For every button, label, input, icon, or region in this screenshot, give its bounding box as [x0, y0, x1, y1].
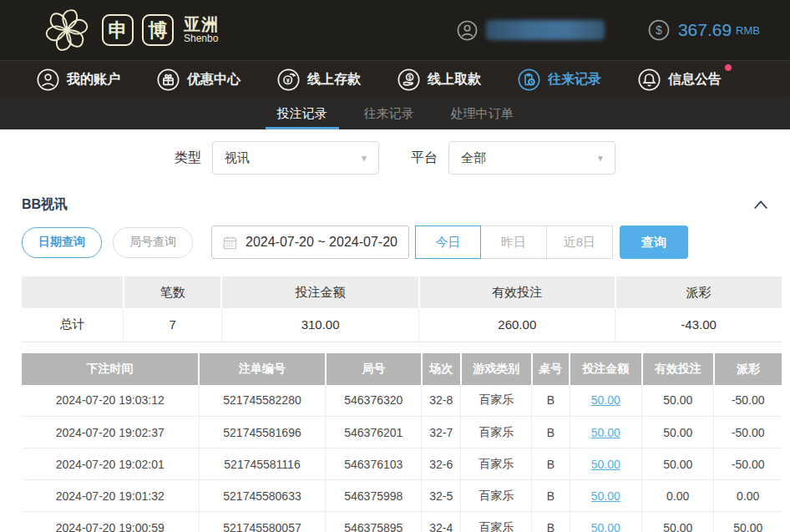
bet-amount-link[interactable]: 50.00 [591, 426, 620, 439]
quick-today-button[interactable]: 今日 [415, 225, 481, 259]
cell-session: 32-4 [422, 512, 461, 532]
cell-game: 百家乐 [461, 417, 532, 448]
nav-item-withdraw[interactable]: $ 线上取款 [398, 68, 481, 91]
query-toolbar: 日期查询 局号查询 2024-07-20 ~ 2024-07-20 今日 昨日 … [0, 225, 790, 259]
logo-char-1: 申 [102, 14, 134, 46]
brand-logo[interactable]: 申 博 亚洲 Shenbo [43, 7, 219, 53]
cell-time: 2024-07-20 19:00:59 [22, 512, 199, 532]
tab-bet-records[interactable]: 投注记录 [272, 98, 332, 129]
filter-row: 类型 视讯 ▼ 平台 全部 ▼ [0, 140, 790, 175]
balance-amount[interactable]: 367.69 [678, 20, 732, 40]
nav-label: 往来记录 [548, 71, 601, 89]
cell-valid: 50.00 [642, 512, 714, 532]
cell-table: B [532, 480, 570, 512]
date-query-button[interactable]: 日期查询 [22, 227, 102, 258]
bets-header-row: 下注时间 注单编号 局号 场次 游戏类别 桌号 投注金额 有效投注 派彩 [22, 353, 782, 385]
bet-amount-link[interactable]: 50.00 [591, 393, 620, 407]
cell-game: 百家乐 [461, 385, 532, 417]
records-icon [518, 68, 540, 91]
date-range-value: 2024-07-20 ~ 2024-07-20 [246, 235, 398, 250]
cell-time: 2024-07-20 19:03:12 [22, 385, 199, 417]
summary-header-row: 笔数 投注金额 有效投注 派彩 [22, 276, 782, 308]
nav-item-my-account[interactable]: 我的账户 [37, 68, 120, 91]
cell-bet[interactable]: 50.00 [570, 385, 641, 417]
cell-payout: -50.00 [714, 448, 782, 480]
cell-valid: 0.00 [642, 480, 714, 512]
bets-table: 下注时间 注单编号 局号 场次 游戏类别 桌号 投注金额 有效投注 派彩 202… [22, 353, 782, 532]
username-blurred[interactable] [486, 20, 605, 40]
summary-total-valid-bet: 260.00 [419, 308, 615, 342]
nav-item-deposit[interactable]: ¥ 线上存款 [277, 68, 361, 91]
summary-table: 笔数 投注金额 有效投注 派彩 总计 7 310.00 260.00 -43.0… [22, 276, 782, 342]
account-icon [37, 68, 59, 91]
chevron-down-icon: ▼ [360, 154, 368, 163]
calendar-icon [223, 236, 237, 250]
cell-table: B [532, 417, 570, 448]
cell-game: 百家乐 [461, 512, 532, 532]
nav-item-records[interactable]: 往来记录 [518, 68, 601, 91]
platform-select[interactable]: 全部 ▼ [448, 141, 615, 175]
top-header: 申 博 亚洲 Shenbo $ 367.69 RMB [0, 0, 790, 60]
cell-session: 32-7 [422, 417, 461, 448]
platform-select-value: 全部 [461, 150, 486, 166]
cell-bet[interactable]: 50.00 [570, 512, 641, 532]
type-filter-label: 类型 [175, 149, 201, 167]
type-select[interactable]: 视讯 ▼ [212, 141, 379, 175]
nav-label: 信息公告 [668, 71, 722, 89]
cell-time: 2024-07-20 19:02:01 [22, 448, 199, 480]
cell-payout: 50.00 [714, 512, 782, 532]
deposit-icon: ¥ [277, 68, 300, 91]
quick-last8days-button[interactable]: 近8日 [547, 225, 613, 259]
table-row: 2024-07-20 19:00:59521745580057546375895… [22, 512, 782, 532]
cell-round_id: 546376103 [326, 448, 422, 480]
main-nav: 我的账户 优惠中心 ¥ 线上存款 $ 线上取款 往来记录 [0, 60, 790, 98]
svg-text:$: $ [408, 74, 412, 81]
promo-icon [157, 68, 180, 91]
cell-order_id: 521745580057 [199, 512, 326, 532]
svg-text:$: $ [656, 23, 662, 37]
bet-amount-link[interactable]: 50.00 [591, 521, 620, 532]
summary-total-count: 7 [124, 308, 221, 342]
search-button[interactable]: 查询 [620, 225, 688, 259]
chevron-down-icon: ▼ [596, 154, 605, 163]
bet-amount-link[interactable]: 50.00 [591, 458, 620, 471]
cell-bet[interactable]: 50.00 [570, 448, 641, 480]
summary-total-payout: -43.00 [615, 308, 782, 342]
cell-order_id: 521745581696 [199, 417, 326, 448]
collapse-chevron-up-icon[interactable] [753, 199, 768, 210]
withdraw-icon: $ [398, 68, 420, 91]
col-bet-time: 下注时间 [22, 353, 199, 385]
cell-order_id: 521745581116 [199, 448, 326, 480]
user-avatar-icon[interactable] [457, 20, 478, 41]
bet-amount-link[interactable]: 50.00 [591, 489, 620, 503]
nav-label: 优惠中心 [187, 71, 241, 89]
summary-header-count: 笔数 [124, 276, 221, 308]
tab-pending-orders[interactable]: 处理中订单 [446, 98, 519, 129]
summary-total-bet-amount: 310.00 [221, 308, 419, 342]
tab-transaction-records[interactable]: 往来记录 [359, 98, 419, 129]
cell-session: 32-6 [422, 448, 461, 480]
record-subtabs: 投注记录 往来记录 处理中订单 [0, 98, 790, 129]
nav-item-promotions[interactable]: 优惠中心 [157, 68, 241, 91]
cell-round_id: 546376201 [326, 417, 422, 448]
nav-item-announcements[interactable]: 信息公告 [638, 68, 722, 91]
cell-bet[interactable]: 50.00 [570, 417, 641, 448]
quick-yesterday-button[interactable]: 昨日 [481, 225, 547, 259]
logo-region-text: 亚洲 [184, 16, 219, 33]
cell-order_id: 521745582280 [199, 385, 326, 417]
summary-header-blank [22, 276, 124, 308]
nav-label: 我的账户 [67, 71, 120, 89]
platform-filter-label: 平台 [411, 149, 438, 167]
section-header: BB视讯 [0, 191, 790, 218]
flower-logo-icon [43, 7, 90, 53]
quick-range-group: 今日 昨日 近8日 [415, 225, 613, 259]
cell-session: 32-8 [422, 385, 461, 417]
col-bet-amount: 投注金额 [570, 353, 641, 385]
cell-game: 百家乐 [461, 448, 532, 480]
cell-bet[interactable]: 50.00 [570, 480, 641, 512]
round-query-button[interactable]: 局号查询 [113, 227, 193, 258]
summary-header-valid-bet: 有效投注 [419, 276, 615, 308]
date-range-input[interactable]: 2024-07-20 ~ 2024-07-20 [211, 225, 409, 259]
cell-table: B [532, 512, 570, 532]
cell-payout: -50.00 [714, 385, 782, 417]
